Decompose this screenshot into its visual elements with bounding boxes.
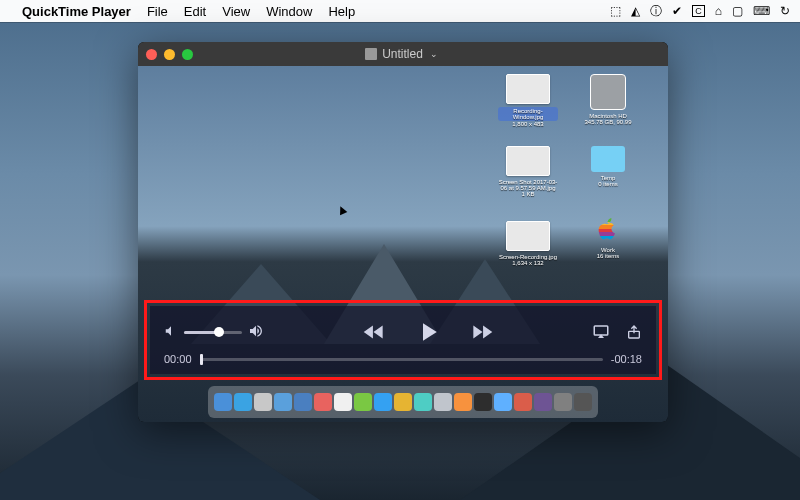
quicktime-window: Untitled ⌄ Recording-Window.jpg 1,800 x … bbox=[138, 42, 668, 422]
window-title: Untitled bbox=[382, 47, 423, 61]
drive-icon[interactable]: ◭ bbox=[631, 4, 640, 18]
menubar: QuickTime Player File Edit View Window H… bbox=[0, 0, 800, 22]
menu-file[interactable]: File bbox=[147, 4, 168, 19]
fast-forward-button[interactable] bbox=[469, 319, 495, 345]
volume-low-icon bbox=[164, 324, 178, 341]
dropbox-icon[interactable]: ⬚ bbox=[610, 4, 621, 18]
time-elapsed: 00:00 bbox=[164, 353, 192, 365]
controls-highlight: 00:00 -00:18 bbox=[144, 300, 662, 380]
document-icon bbox=[365, 48, 377, 60]
desktop-file-icon: Recording-Window.jpg 1,800 x 483 bbox=[498, 74, 558, 127]
dock-item[interactable] bbox=[354, 393, 372, 411]
video-content: Recording-Window.jpg 1,800 x 483 Macinto… bbox=[138, 66, 668, 422]
volume-slider[interactable] bbox=[184, 331, 242, 334]
desktop-hd-icon: Macintosh HD 345.78 GB, 90.99 bbox=[578, 74, 638, 125]
volume-control[interactable] bbox=[164, 323, 264, 342]
dock-item[interactable] bbox=[534, 393, 552, 411]
dock-item[interactable] bbox=[494, 393, 512, 411]
dock-item[interactable] bbox=[514, 393, 532, 411]
rewind-button[interactable] bbox=[361, 319, 387, 345]
home-icon[interactable]: ⌂ bbox=[715, 4, 722, 18]
menu-view[interactable]: View bbox=[222, 4, 250, 19]
dock-item[interactable] bbox=[414, 393, 432, 411]
dock-item[interactable] bbox=[234, 393, 252, 411]
airplay-icon[interactable]: ▢ bbox=[732, 4, 743, 18]
dock bbox=[208, 386, 598, 418]
dock-item[interactable] bbox=[214, 393, 232, 411]
dock-item[interactable] bbox=[274, 393, 292, 411]
timemachine-icon[interactable]: ↻ bbox=[780, 4, 790, 18]
close-button[interactable] bbox=[146, 49, 157, 60]
window-titlebar[interactable]: Untitled ⌄ bbox=[138, 42, 668, 66]
dock-item[interactable] bbox=[254, 393, 272, 411]
airplay-button[interactable] bbox=[592, 323, 610, 341]
desktop-file-icon: Screen Shot 2017-03-06 at 9.57.59 AM.jpg… bbox=[498, 146, 558, 197]
status-icon[interactable]: ⓘ bbox=[650, 3, 662, 20]
menu-window[interactable]: Window bbox=[266, 4, 312, 19]
desktop-folder-icon: Temp 0 items bbox=[578, 146, 638, 187]
svg-rect-0 bbox=[594, 326, 608, 335]
dock-item[interactable] bbox=[294, 393, 312, 411]
file-label: Recording-Window.jpg bbox=[498, 107, 558, 121]
dock-item[interactable] bbox=[394, 393, 412, 411]
desktop-apple-icon: Work 16 items bbox=[578, 216, 638, 259]
app-menu[interactable]: QuickTime Player bbox=[22, 4, 131, 19]
time-remaining: -00:18 bbox=[611, 353, 642, 365]
keyboard-icon[interactable]: ⌨ bbox=[753, 4, 770, 18]
chevron-down-icon[interactable]: ⌄ bbox=[430, 49, 438, 59]
dock-item[interactable] bbox=[454, 393, 472, 411]
share-button[interactable] bbox=[626, 323, 642, 341]
dock-item[interactable] bbox=[314, 393, 332, 411]
dock-item[interactable] bbox=[434, 393, 452, 411]
check-icon[interactable]: ✔ bbox=[672, 4, 682, 18]
timeline-scrubber[interactable] bbox=[200, 358, 603, 361]
volume-high-icon bbox=[248, 323, 264, 342]
desktop-file-icon: Screen-Recording.jpg 1,634 x 132 bbox=[498, 221, 558, 266]
dock-item[interactable] bbox=[574, 393, 592, 411]
play-button[interactable] bbox=[413, 317, 443, 347]
dock-item[interactable] bbox=[474, 393, 492, 411]
minimize-button[interactable] bbox=[164, 49, 175, 60]
zoom-button[interactable] bbox=[182, 49, 193, 60]
menu-help[interactable]: Help bbox=[328, 4, 355, 19]
playhead[interactable] bbox=[200, 354, 203, 365]
playback-controls: 00:00 -00:18 bbox=[150, 306, 656, 374]
dock-item[interactable] bbox=[374, 393, 392, 411]
dock-item[interactable] bbox=[554, 393, 572, 411]
status-c-icon[interactable]: C bbox=[692, 5, 705, 17]
menu-edit[interactable]: Edit bbox=[184, 4, 206, 19]
dock-item[interactable] bbox=[334, 393, 352, 411]
cursor-icon bbox=[337, 205, 348, 216]
